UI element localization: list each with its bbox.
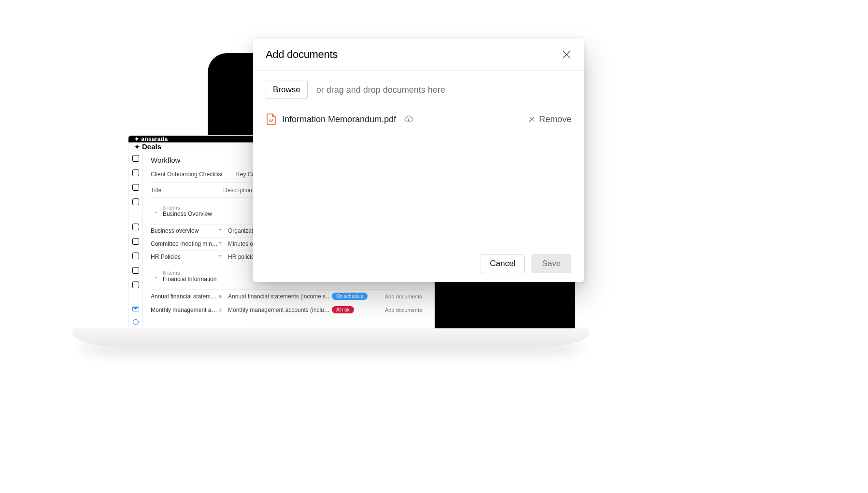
pdf-icon (266, 113, 276, 125)
app-name: Deals (142, 142, 161, 151)
section-name: Financial Information (163, 276, 216, 282)
row-title: Annual financial statements (151, 293, 218, 300)
add-documents-modal: Add documents Browse or drag and drop do… (253, 39, 584, 282)
file-name: Information Memorandum.pdf (282, 114, 396, 125)
row-description: Annual financial statements (income stat… (228, 293, 332, 300)
browse-button[interactable]: Browse (266, 81, 308, 99)
col-title: Title (151, 187, 223, 194)
rail-icon-3[interactable] (132, 184, 139, 191)
row-title: HR Policies (151, 254, 218, 260)
drag-handle-icon[interactable]: ≡ (218, 293, 228, 300)
table-row[interactable]: Monthly management acco… ≡ Monthly manag… (151, 303, 427, 316)
cloud-download-icon (404, 115, 413, 123)
app-icon: ✦ (134, 143, 140, 151)
status-badge: At risk (332, 306, 354, 313)
modal-title: Add documents (266, 48, 338, 61)
drop-hint: or drag and drop documents here (316, 85, 445, 95)
rail-icon-5[interactable] (132, 224, 139, 230)
chevron-down-icon: ⌄ (154, 273, 158, 280)
drag-handle-icon[interactable]: ≡ (218, 307, 228, 313)
brand-icon: ✦ (134, 136, 139, 142)
rail-icon-6[interactable] (132, 238, 139, 245)
save-button[interactable]: Save (531, 254, 571, 273)
remove-button[interactable]: Remove (528, 114, 571, 125)
chevron-down-icon: ⌄ (154, 208, 158, 214)
row-title: Committee meeting minutes (151, 240, 218, 247)
rail-icon-2[interactable] (132, 169, 139, 176)
table-row[interactable]: Annual financial statements ≡ Annual fin… (151, 289, 427, 303)
rail-icon-4[interactable] (132, 198, 139, 205)
close-icon[interactable] (562, 50, 571, 59)
drag-handle-icon[interactable]: ≡ (218, 227, 228, 234)
laptop-base (72, 328, 589, 348)
rail-icon-8[interactable] (132, 267, 139, 274)
file-row: Information Memorandum.pdf Remove (266, 113, 571, 125)
status-badge: On schedule (332, 293, 368, 300)
section-count: 6 items (163, 270, 216, 276)
drag-handle-icon[interactable]: ≡ (218, 240, 228, 247)
info-icon[interactable] (133, 319, 139, 325)
rail-icon-7[interactable] (132, 253, 139, 259)
section-count: 3 items (163, 205, 212, 211)
mail-icon[interactable] (132, 307, 139, 311)
cancel-button[interactable]: Cancel (481, 254, 525, 273)
add-documents-link[interactable]: Add documents (385, 294, 422, 299)
settings-icon[interactable] (132, 282, 139, 288)
sidebar-rail: → (128, 151, 143, 328)
brand-name: ansarada (141, 136, 168, 142)
row-title: Monthly management acco… (151, 307, 218, 313)
add-documents-link[interactable]: Add documents (385, 307, 422, 313)
tab-client-onboarding[interactable]: Client Onboarding Checklist (151, 171, 223, 178)
row-description: Monthly management accounts (including k… (228, 307, 332, 313)
drag-handle-icon[interactable]: ≡ (218, 254, 228, 260)
close-icon (528, 116, 535, 123)
section-name: Business Overview (163, 211, 212, 217)
row-title: Business overview (151, 227, 218, 234)
remove-label: Remove (539, 114, 571, 125)
rail-icon-1[interactable] (132, 155, 139, 162)
